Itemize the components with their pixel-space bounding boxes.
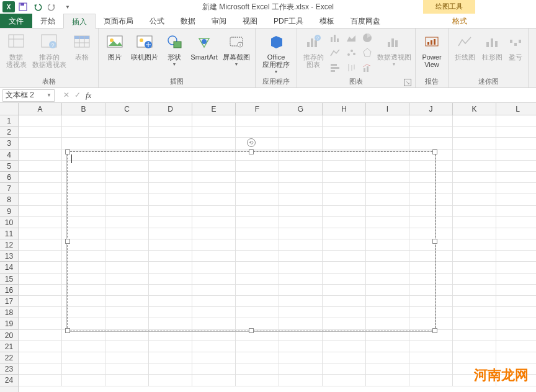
- row-header[interactable]: 12: [0, 239, 18, 251]
- cell[interactable]: [496, 149, 536, 161]
- cell[interactable]: [105, 138, 149, 149]
- row-header[interactable]: 5: [0, 161, 18, 172]
- recommended-pivot-button[interactable]: ? 推荐的 数据透视表: [31, 31, 67, 68]
- cell[interactable]: [19, 285, 62, 296]
- cell[interactable]: [409, 352, 453, 363]
- column-header[interactable]: L: [496, 103, 536, 115]
- cell[interactable]: [19, 206, 62, 217]
- pivot-table-button[interactable]: 数据 透视表: [4, 31, 29, 68]
- cell[interactable]: [366, 330, 409, 341]
- column-header[interactable]: I: [366, 103, 409, 115]
- tab-pdf[interactable]: PDF工具: [266, 14, 311, 28]
- cell[interactable]: [323, 330, 366, 341]
- cell[interactable]: [19, 138, 62, 149]
- cell[interactable]: [19, 274, 62, 285]
- resize-handle-n[interactable]: [249, 149, 254, 154]
- cell[interactable]: [496, 217, 536, 228]
- cell[interactable]: [496, 330, 536, 341]
- cell[interactable]: [105, 375, 149, 386]
- column-header[interactable]: J: [409, 103, 453, 115]
- cell[interactable]: [149, 375, 192, 386]
- cell[interactable]: [409, 341, 453, 352]
- fx-button[interactable]: fx: [86, 91, 91, 100]
- tab-home[interactable]: 开始: [32, 14, 63, 28]
- cell[interactable]: [453, 161, 496, 172]
- cell[interactable]: [105, 341, 149, 352]
- cell[interactable]: [19, 115, 62, 127]
- resize-handle-s[interactable]: [249, 328, 254, 333]
- cell[interactable]: [496, 228, 536, 239]
- cell[interactable]: [192, 352, 236, 363]
- cell[interactable]: [279, 138, 323, 149]
- pivot-chart-button[interactable]: 数据透视图▼: [377, 31, 411, 74]
- resize-handle-se[interactable]: [432, 328, 437, 333]
- row-header[interactable]: 21: [0, 341, 18, 352]
- cell[interactable]: [279, 330, 323, 341]
- cell[interactable]: [453, 149, 496, 161]
- cell[interactable]: [366, 341, 409, 352]
- cell[interactable]: [496, 251, 536, 262]
- cell[interactable]: [62, 138, 105, 149]
- cell[interactable]: [19, 318, 62, 329]
- cell[interactable]: [236, 375, 279, 386]
- row-header[interactable]: 8: [0, 194, 18, 205]
- cell[interactable]: [496, 285, 536, 296]
- cell[interactable]: [409, 115, 453, 127]
- cell[interactable]: [409, 363, 453, 375]
- undo-button[interactable]: [31, 1, 45, 13]
- sparkline-line-button[interactable]: 折线图: [452, 31, 477, 61]
- cell[interactable]: [496, 296, 536, 307]
- office-apps-button[interactable]: Office 应用程序▼: [259, 31, 293, 74]
- cell[interactable]: [19, 375, 62, 386]
- cell[interactable]: [149, 352, 192, 363]
- sparkline-winloss-button[interactable]: 盈亏: [507, 31, 524, 61]
- cell[interactable]: [236, 115, 279, 127]
- row-header[interactable]: 4: [0, 149, 18, 161]
- column-header[interactable]: H: [323, 103, 366, 115]
- cell[interactable]: [496, 341, 536, 352]
- charts-dialog-launcher[interactable]: ↘: [404, 79, 411, 86]
- bar-chart-button[interactable]: [328, 61, 342, 74]
- row-header[interactable]: 13: [0, 251, 18, 262]
- cell[interactable]: [496, 127, 536, 138]
- cell[interactable]: [19, 217, 62, 228]
- row-header[interactable]: 2: [0, 127, 18, 138]
- cell[interactable]: [19, 341, 62, 352]
- cell[interactable]: [279, 375, 323, 386]
- tab-baidu[interactable]: 百度网盘: [342, 14, 388, 28]
- cell[interactable]: [149, 138, 192, 149]
- column-header[interactable]: D: [149, 103, 192, 115]
- tab-page-layout[interactable]: 页面布局: [96, 14, 141, 28]
- cell[interactable]: [19, 330, 62, 341]
- cell[interactable]: [236, 127, 279, 138]
- cell[interactable]: [19, 262, 62, 273]
- row-header[interactable]: 19: [0, 318, 18, 329]
- resize-handle-sw[interactable]: [65, 328, 70, 333]
- cell[interactable]: [453, 194, 496, 205]
- cell[interactable]: [149, 330, 192, 341]
- cell[interactable]: [192, 115, 236, 127]
- column-header[interactable]: C: [105, 103, 149, 115]
- cell[interactable]: [19, 149, 62, 161]
- cell[interactable]: [62, 127, 105, 138]
- row-header[interactable]: 18: [0, 307, 18, 318]
- cell[interactable]: [453, 115, 496, 127]
- resize-handle-w[interactable]: [65, 239, 70, 244]
- cancel-button[interactable]: ✕: [63, 91, 69, 100]
- cell[interactable]: [323, 115, 366, 127]
- row-header[interactable]: 9: [0, 206, 18, 217]
- cell[interactable]: [62, 363, 105, 375]
- picture-button[interactable]: 图片: [102, 31, 127, 66]
- cell[interactable]: [279, 341, 323, 352]
- stock-chart-button[interactable]: [344, 61, 358, 74]
- cell[interactable]: [62, 375, 105, 386]
- cell[interactable]: [453, 341, 496, 352]
- cell[interactable]: [323, 352, 366, 363]
- cell[interactable]: [323, 363, 366, 375]
- cell[interactable]: [62, 341, 105, 352]
- cell[interactable]: [279, 363, 323, 375]
- cell[interactable]: [19, 127, 62, 138]
- cell[interactable]: [19, 307, 62, 318]
- cell[interactable]: [192, 375, 236, 386]
- select-all-corner[interactable]: [0, 103, 19, 115]
